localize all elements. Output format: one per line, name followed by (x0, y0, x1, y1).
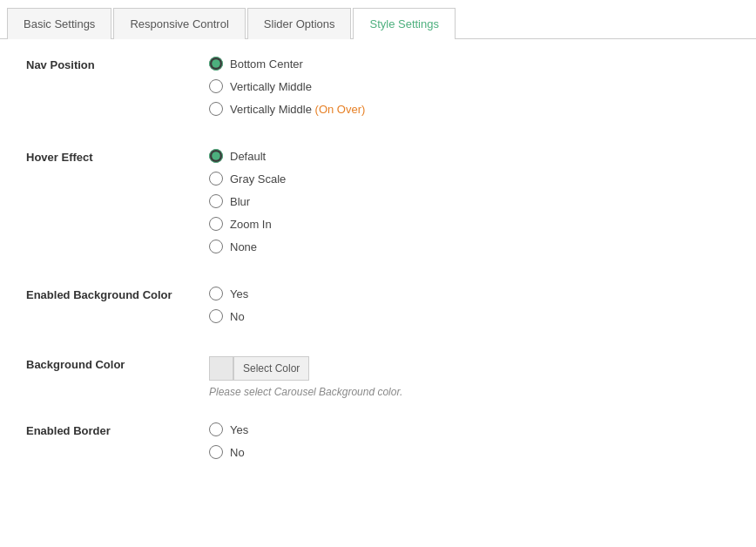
enabled-bg-label: Enabled Background Color (26, 287, 209, 301)
hover-effect-label: Hover Effect (26, 149, 209, 164)
hover-zoomin-option[interactable]: Zoom In (209, 217, 730, 231)
nav-position-controls: Bottom Center Vertically Middle Vertical… (209, 57, 730, 125)
bg-color-hint: Please select Carousel Background color. (209, 386, 730, 398)
color-button-wrap: Select Color (209, 356, 730, 381)
hover-effect-row: Hover Effect Default Gray Scale Blur Zoo… (26, 149, 730, 262)
enabled-bg-controls: Yes No (209, 287, 730, 332)
on-over-text: (On Over) (315, 103, 366, 116)
tabs-bar: Basic Settings Responsive Control Slider… (0, 0, 756, 39)
hover-grayscale-option[interactable]: Gray Scale (209, 172, 730, 186)
nav-bottom-center-option[interactable]: Bottom Center (209, 57, 730, 71)
nav-vert-middle-label: Vertically Middle (230, 80, 312, 93)
tab-basic[interactable]: Basic Settings (7, 8, 111, 39)
nav-vert-middle-over-text: Vertically Middle (230, 103, 315, 116)
nav-bottom-center-label: Bottom Center (230, 57, 303, 71)
hover-blur-option[interactable]: Blur (209, 194, 730, 208)
hover-grayscale-label: Gray Scale (230, 172, 286, 186)
enabled-bg-yes-label: Yes (230, 287, 248, 301)
enabled-border-row: Enabled Border Yes No (26, 422, 730, 468)
enabled-border-label: Enabled Border (26, 422, 209, 437)
hover-default-option[interactable]: Default (209, 149, 730, 163)
bg-color-label: Background Color (26, 356, 209, 371)
bg-color-row: Background Color Select Color Please sel… (26, 356, 730, 398)
enabled-border-no-label: No (230, 446, 245, 459)
enabled-bg-no-option[interactable]: No (209, 309, 730, 323)
tab-style[interactable]: Style Settings (353, 8, 456, 39)
enabled-border-yes-label: Yes (230, 423, 248, 436)
hover-zoomin-label: Zoom In (230, 218, 272, 231)
hover-none-label: None (230, 240, 257, 253)
enabled-border-yes-option[interactable]: Yes (209, 422, 730, 436)
nav-vert-middle-over-label: Vertically Middle (On Over) (230, 103, 365, 116)
enabled-bg-no-label: No (230, 310, 245, 323)
enabled-bg-row: Enabled Background Color Yes No (26, 287, 730, 332)
nav-vert-middle-over-option[interactable]: Vertically Middle (On Over) (209, 102, 730, 116)
settings-container: Basic Settings Responsive Control Slider… (0, 0, 756, 547)
nav-vert-middle-option[interactable]: Vertically Middle (209, 79, 730, 93)
hover-default-label: Default (230, 150, 266, 163)
color-swatch (209, 356, 233, 381)
bg-color-controls: Select Color Please select Carousel Back… (209, 356, 730, 398)
hover-none-option[interactable]: None (209, 240, 730, 253)
enabled-border-no-option[interactable]: No (209, 445, 730, 459)
hover-effect-controls: Default Gray Scale Blur Zoom In None (209, 149, 730, 262)
nav-position-label: Nav Position (26, 57, 209, 71)
enabled-border-controls: Yes No (209, 422, 730, 468)
nav-position-row: Nav Position Bottom Center Vertically Mi… (26, 57, 730, 125)
select-color-button[interactable]: Select Color (233, 356, 309, 381)
hover-blur-label: Blur (230, 195, 250, 208)
settings-content: Nav Position Bottom Center Vertically Mi… (0, 39, 756, 510)
enabled-bg-yes-option[interactable]: Yes (209, 287, 730, 301)
tab-responsive[interactable]: Responsive Control (113, 8, 245, 39)
tab-slider[interactable]: Slider Options (247, 8, 352, 39)
